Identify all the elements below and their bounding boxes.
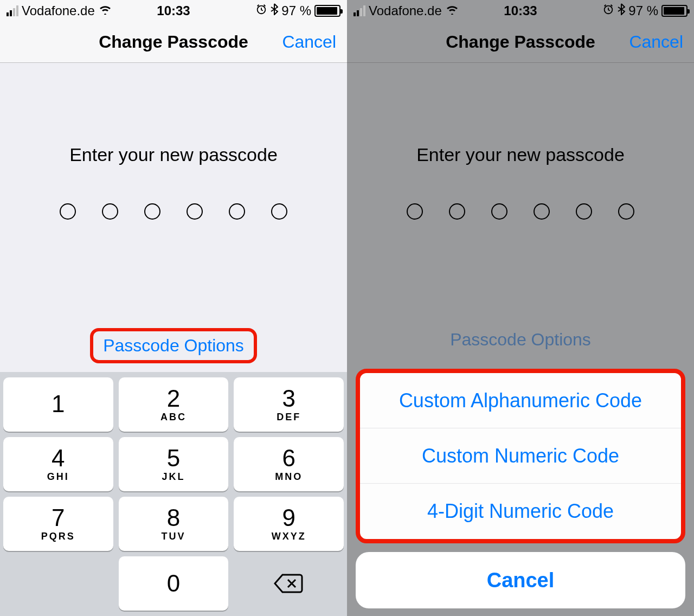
key-backspace[interactable] (234, 556, 344, 611)
wifi-icon (445, 4, 459, 18)
passcode-prompt: Enter your new passcode (69, 144, 278, 165)
cancel-button[interactable]: Cancel (629, 32, 683, 52)
alarm-icon (255, 3, 267, 18)
signal-icon (7, 5, 18, 16)
key-7[interactable]: 7PQRS (3, 497, 113, 551)
battery-icon (661, 5, 687, 17)
action-sheet: Custom Alphanumeric Code Custom Numeric … (356, 369, 685, 608)
option-4-digit-numeric[interactable]: 4-Digit Numeric Code (360, 484, 681, 539)
key-0[interactable]: 0 (119, 556, 229, 611)
passcode-dot (60, 203, 76, 220)
passcode-dot (449, 203, 465, 220)
key-6[interactable]: 6MNO (234, 437, 344, 491)
nav-bar: Change Passcode Cancel (0, 22, 347, 63)
passcode-dot (102, 203, 118, 220)
key-4[interactable]: 4GHI (3, 437, 113, 491)
alarm-icon (602, 3, 614, 18)
passcode-dot (144, 203, 160, 220)
passcode-dot (491, 203, 507, 220)
signal-icon (354, 5, 365, 16)
key-5[interactable]: 5JKL (119, 437, 229, 491)
passcode-dot (407, 203, 423, 220)
status-bar: Vodafone.de 10:33 97 % (0, 0, 347, 22)
passcode-dot (229, 203, 245, 220)
left-screenshot: Vodafone.de 10:33 97 % Change Passcode C… (0, 0, 347, 616)
action-sheet-cancel-button[interactable]: Cancel (356, 552, 685, 608)
passcode-dot (187, 203, 203, 220)
right-screenshot: Vodafone.de 10:33 97 % Change Passcode C… (347, 0, 694, 616)
passcode-dots (60, 203, 287, 220)
option-custom-alphanumeric[interactable]: Custom Alphanumeric Code (360, 373, 681, 428)
passcode-options-button[interactable]: Passcode Options (90, 328, 257, 363)
key-blank (3, 556, 113, 611)
bluetooth-icon (271, 3, 278, 18)
nav-bar: Change Passcode Cancel (347, 22, 694, 63)
number-keypad: 1 2ABC 3DEF 4GHI 5JKL 6MNO 7PQRS 8TUV 9W… (0, 372, 347, 616)
key-1[interactable]: 1 (3, 377, 113, 432)
battery-icon (314, 5, 340, 17)
page-title: Change Passcode (99, 32, 248, 52)
key-3[interactable]: 3DEF (234, 377, 344, 432)
passcode-dot (618, 203, 634, 220)
key-8[interactable]: 8TUV (119, 497, 229, 551)
passcode-dots (407, 203, 634, 220)
bluetooth-icon (618, 3, 625, 18)
option-custom-numeric[interactable]: Custom Numeric Code (360, 428, 681, 484)
passcode-options-button-dimmed: Passcode Options (450, 330, 591, 350)
carrier-label: Vodafone.de (22, 3, 95, 18)
cancel-button[interactable]: Cancel (282, 32, 336, 52)
passcode-dot (271, 203, 287, 220)
battery-pct-label: 97 % (281, 3, 311, 18)
action-sheet-options-group: Custom Alphanumeric Code Custom Numeric … (356, 369, 685, 543)
battery-pct-label: 97 % (628, 3, 658, 18)
clock-label: 10:33 (157, 3, 190, 18)
key-9[interactable]: 9WXYZ (234, 497, 344, 551)
passcode-dot (534, 203, 550, 220)
passcode-dot (576, 203, 592, 220)
key-2[interactable]: 2ABC (119, 377, 229, 432)
carrier-label: Vodafone.de (369, 3, 442, 18)
passcode-prompt: Enter your new passcode (416, 144, 625, 165)
clock-label: 10:33 (504, 3, 537, 18)
page-title: Change Passcode (446, 32, 595, 52)
backspace-icon (274, 573, 304, 594)
status-bar: Vodafone.de 10:33 97 % (347, 0, 694, 22)
wifi-icon (98, 4, 112, 18)
